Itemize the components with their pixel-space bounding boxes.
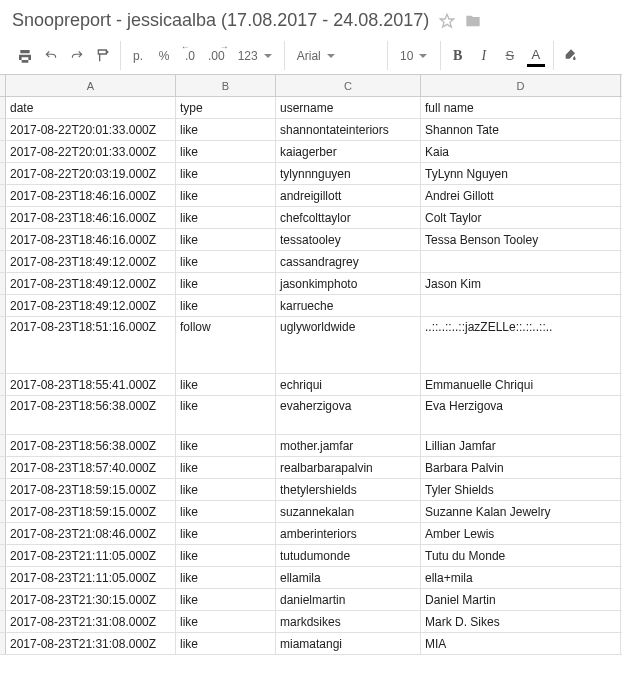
cell-date[interactable]: 2017-08-22T20:01:33.000Z — [6, 141, 176, 162]
cell-username[interactable]: karrueche — [276, 295, 421, 316]
cell-type[interactable]: like — [176, 567, 276, 588]
header-cell-type[interactable]: type — [176, 97, 276, 118]
cell-type[interactable]: like — [176, 396, 276, 434]
cell-date[interactable]: 2017-08-22T20:03:19.000Z — [6, 163, 176, 184]
cell-type[interactable]: like — [176, 374, 276, 395]
cell-type[interactable]: like — [176, 185, 276, 206]
cell-username[interactable]: mother.jamfar — [276, 435, 421, 456]
column-header-B[interactable]: B — [176, 75, 276, 96]
cell-date[interactable]: 2017-08-23T18:59:15.000Z — [6, 479, 176, 500]
fill-color-button[interactable] — [560, 44, 585, 68]
cell-date[interactable]: 2017-08-23T18:55:41.000Z — [6, 374, 176, 395]
cell-fullname[interactable] — [421, 295, 621, 316]
cell-fullname[interactable] — [421, 251, 621, 272]
cell-username[interactable]: shannontateinteriors — [276, 119, 421, 140]
cell-username[interactable]: tylynnnguyen — [276, 163, 421, 184]
percent-button[interactable]: % — [153, 44, 175, 68]
cell-date[interactable]: 2017-08-23T18:56:38.000Z — [6, 396, 176, 434]
cell-date[interactable]: 2017-08-23T21:31:08.000Z — [6, 611, 176, 632]
column-header-A[interactable]: A — [6, 75, 176, 96]
cell-type[interactable]: like — [176, 295, 276, 316]
cell-fullname[interactable]: Tyler Shields — [421, 479, 621, 500]
more-formats-dropdown[interactable]: 123 — [232, 44, 278, 68]
cell-date[interactable]: 2017-08-23T18:49:12.000Z — [6, 273, 176, 294]
increase-decimal-button[interactable]: .00→ — [205, 44, 228, 68]
cell-date[interactable]: 2017-08-23T18:51:16.000Z — [6, 317, 176, 373]
cell-username[interactable]: amberinteriors — [276, 523, 421, 544]
folder-icon[interactable] — [465, 13, 481, 29]
cell-fullname[interactable]: Daniel Martin — [421, 589, 621, 610]
cell-date[interactable]: 2017-08-23T21:11:05.000Z — [6, 545, 176, 566]
cell-username[interactable]: tutudumonde — [276, 545, 421, 566]
cell-fullname[interactable]: Barbara Palvin — [421, 457, 621, 478]
cell-fullname[interactable]: MIA — [421, 633, 621, 654]
cell-type[interactable]: like — [176, 273, 276, 294]
cell-fullname[interactable]: Suzanne Kalan Jewelry — [421, 501, 621, 522]
cell-date[interactable]: 2017-08-23T21:31:08.000Z — [6, 633, 176, 654]
header-cell-username[interactable]: username — [276, 97, 421, 118]
cell-username[interactable]: cassandragrey — [276, 251, 421, 272]
cell-type[interactable]: like — [176, 229, 276, 250]
cell-date[interactable]: 2017-08-22T20:01:33.000Z — [6, 119, 176, 140]
cell-fullname[interactable]: Andrei Gillott — [421, 185, 621, 206]
cell-username[interactable]: miamatangi — [276, 633, 421, 654]
cell-username[interactable]: kaiagerber — [276, 141, 421, 162]
cell-username[interactable]: suzannekalan — [276, 501, 421, 522]
column-header-C[interactable]: C — [276, 75, 421, 96]
currency-button[interactable]: р. — [127, 44, 149, 68]
cell-username[interactable]: evaherzigova — [276, 396, 421, 434]
cell-date[interactable]: 2017-08-23T18:46:16.000Z — [6, 185, 176, 206]
cell-fullname[interactable]: TyLynn Nguyen — [421, 163, 621, 184]
cell-type[interactable]: like — [176, 119, 276, 140]
cell-username[interactable]: tessatooley — [276, 229, 421, 250]
cell-username[interactable]: andreigillott — [276, 185, 421, 206]
cell-fullname[interactable]: Eva Herzigova — [421, 396, 621, 434]
cell-date[interactable]: 2017-08-23T21:11:05.000Z — [6, 567, 176, 588]
strikethrough-button[interactable]: S — [499, 44, 521, 68]
cell-date[interactable]: 2017-08-23T18:57:40.000Z — [6, 457, 176, 478]
cell-username[interactable]: markdsikes — [276, 611, 421, 632]
cell-username[interactable]: echriqui — [276, 374, 421, 395]
cell-date[interactable]: 2017-08-23T18:49:12.000Z — [6, 251, 176, 272]
cell-fullname[interactable]: Kaia — [421, 141, 621, 162]
cell-fullname[interactable]: Jason Kim — [421, 273, 621, 294]
decrease-decimal-button[interactable]: ←.0 — [179, 44, 201, 68]
cell-date[interactable]: 2017-08-23T18:49:12.000Z — [6, 295, 176, 316]
cell-type[interactable]: like — [176, 611, 276, 632]
cell-type[interactable]: like — [176, 457, 276, 478]
cell-date[interactable]: 2017-08-23T21:30:15.000Z — [6, 589, 176, 610]
cell-fullname[interactable]: ..::..::..::jazZELLe::.::..::.. — [421, 317, 621, 373]
bold-button[interactable]: B — [447, 44, 469, 68]
print-icon[interactable] — [14, 44, 36, 68]
cell-type[interactable]: like — [176, 501, 276, 522]
font-size-dropdown[interactable]: 10 — [394, 44, 434, 68]
italic-button[interactable]: I — [473, 44, 495, 68]
header-cell-date[interactable]: date — [6, 97, 176, 118]
cell-username[interactable]: ellamila — [276, 567, 421, 588]
cell-type[interactable]: like — [176, 435, 276, 456]
cell-type[interactable]: like — [176, 207, 276, 228]
cell-fullname[interactable]: Lillian Jamfar — [421, 435, 621, 456]
cell-fullname[interactable]: Amber Lewis — [421, 523, 621, 544]
cell-username[interactable]: uglyworldwide — [276, 317, 421, 373]
cell-type[interactable]: like — [176, 251, 276, 272]
header-cell-fullname[interactable]: full name — [421, 97, 621, 118]
cell-type[interactable]: follow — [176, 317, 276, 373]
cell-fullname[interactable]: Colt Taylor — [421, 207, 621, 228]
cell-fullname[interactable]: Shannon Tate — [421, 119, 621, 140]
cell-type[interactable]: like — [176, 589, 276, 610]
column-header-D[interactable]: D — [421, 75, 621, 96]
cell-fullname[interactable]: Tutu du Monde — [421, 545, 621, 566]
document-title[interactable]: Snoopreport - jessicaalba (17.08.2017 - … — [12, 10, 429, 31]
paint-format-icon[interactable] — [92, 44, 114, 68]
cell-fullname[interactable]: Tessa Benson Tooley — [421, 229, 621, 250]
cell-date[interactable]: 2017-08-23T18:56:38.000Z — [6, 435, 176, 456]
cell-type[interactable]: like — [176, 523, 276, 544]
star-icon[interactable] — [439, 13, 455, 29]
cell-date[interactable]: 2017-08-23T21:08:46.000Z — [6, 523, 176, 544]
cell-type[interactable]: like — [176, 545, 276, 566]
font-family-dropdown[interactable]: Arial — [291, 44, 381, 68]
cell-fullname[interactable]: Mark D. Sikes — [421, 611, 621, 632]
redo-icon[interactable] — [66, 44, 88, 68]
cell-type[interactable]: like — [176, 163, 276, 184]
